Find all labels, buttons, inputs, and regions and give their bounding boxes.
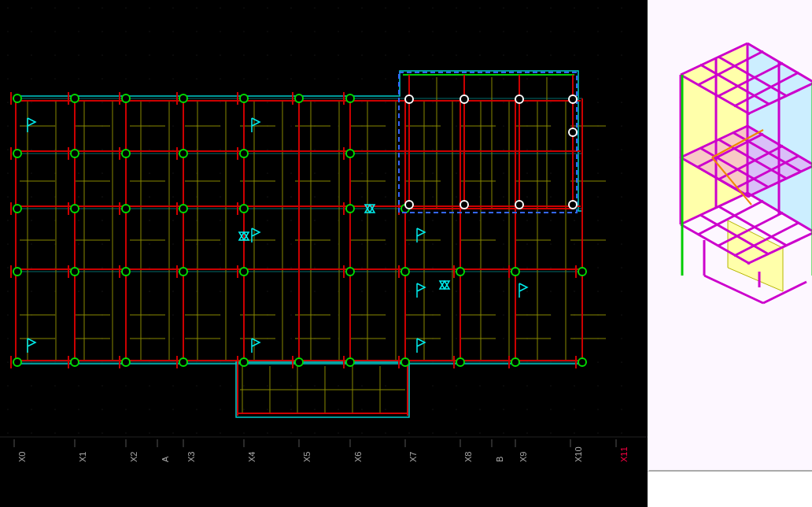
svg-point-181 [220, 244, 221, 245]
svg-point-443 [551, 150, 552, 150]
svg-point-358 [433, 386, 434, 387]
plan-view-svg[interactable] [0, 0, 648, 507]
svg-point-468 [574, 291, 575, 292]
column-node[interactable] [71, 94, 79, 102]
selected-node[interactable] [569, 201, 577, 209]
selected-node[interactable] [405, 95, 413, 103]
column-node[interactable] [511, 358, 519, 366]
column-node[interactable] [71, 268, 79, 276]
svg-point-374 [456, 315, 457, 316]
svg-point-75 [79, 433, 79, 434]
svg-point-158 [197, 150, 197, 150]
svg-point-386 [480, 150, 481, 150]
svg-point-217 [268, 197, 268, 198]
column-node[interactable] [13, 205, 21, 213]
column-node[interactable] [240, 205, 248, 213]
svg-point-144 [173, 268, 174, 268]
column-node[interactable] [13, 94, 21, 102]
column-node[interactable] [122, 268, 130, 276]
svg-point-511 [622, 409, 622, 410]
svg-point-368 [456, 173, 457, 174]
column-node[interactable] [13, 358, 21, 366]
column-node[interactable] [179, 150, 187, 157]
svg-point-419 [527, 31, 528, 32]
column-node[interactable] [511, 268, 519, 276]
svg-point-415 [504, 386, 504, 387]
svg-point-425 [527, 173, 528, 174]
svg-point-294 [362, 220, 363, 221]
selected-node[interactable] [405, 201, 413, 209]
column-node[interactable] [179, 205, 187, 213]
column-node[interactable] [578, 268, 586, 276]
column-node[interactable] [122, 150, 130, 157]
svg-point-475 [598, 8, 599, 9]
svg-point-94 [102, 433, 103, 434]
column-node[interactable] [295, 94, 303, 102]
svg-point-25 [31, 150, 32, 150]
svg-point-284 [338, 433, 339, 434]
column-node[interactable] [71, 205, 79, 213]
svg-point-464 [574, 197, 575, 198]
column-node[interactable] [13, 268, 21, 276]
column-node[interactable] [240, 150, 248, 157]
grid-axis-label: X7 [408, 452, 418, 462]
column-node[interactable] [122, 358, 130, 366]
column-node[interactable] [456, 268, 464, 276]
column-node[interactable] [346, 268, 354, 276]
column-node[interactable] [13, 150, 21, 157]
svg-point-388 [480, 197, 481, 198]
svg-point-259 [315, 291, 316, 292]
selected-node[interactable] [460, 95, 468, 103]
column-node[interactable] [295, 358, 303, 366]
selected-node[interactable] [569, 128, 577, 136]
svg-point-59 [79, 55, 79, 56]
svg-point-308 [386, 102, 386, 103]
svg-point-113 [126, 433, 127, 434]
svg-point-508 [622, 339, 622, 339]
column-node[interactable] [179, 268, 187, 276]
column-node[interactable] [179, 358, 187, 366]
svg-point-220 [268, 268, 268, 268]
svg-point-273 [338, 173, 339, 174]
column-node[interactable] [240, 268, 248, 276]
svg-point-297 [362, 291, 363, 292]
selected-node[interactable] [569, 95, 577, 103]
selected-node[interactable] [460, 201, 468, 209]
svg-point-457 [574, 31, 575, 32]
iso-view-svg[interactable] [649, 0, 812, 472]
svg-point-289 [362, 102, 363, 103]
column-node[interactable] [179, 94, 187, 102]
column-node[interactable] [71, 150, 79, 157]
svg-point-447 [551, 244, 552, 245]
svg-point-132 [149, 433, 150, 434]
svg-point-512 [622, 433, 622, 434]
column-node[interactable] [346, 358, 354, 366]
column-node[interactable] [240, 94, 248, 102]
svg-point-39 [55, 31, 56, 32]
svg-point-235 [291, 173, 292, 174]
plan-view-panel[interactable]: X0X1X2AX3X4X5X6X7X8BX9X10X11 [0, 0, 648, 507]
column-node[interactable] [122, 94, 130, 102]
column-node[interactable] [71, 358, 79, 366]
column-node[interactable] [346, 94, 354, 102]
selection-box[interactable] [399, 72, 577, 213]
svg-point-505 [622, 268, 622, 268]
column-node[interactable] [346, 205, 354, 213]
column-node[interactable] [346, 150, 354, 157]
svg-point-226 [268, 409, 268, 410]
svg-point-50 [55, 291, 56, 292]
column-node[interactable] [401, 268, 409, 276]
column-node[interactable] [240, 358, 248, 366]
svg-point-463 [574, 173, 575, 174]
svg-point-28 [31, 220, 32, 221]
selected-node[interactable] [515, 95, 523, 103]
iso-view-panel[interactable] [648, 0, 812, 472]
selected-node[interactable] [515, 201, 523, 209]
svg-point-434 [527, 386, 528, 387]
svg-point-76 [102, 8, 103, 9]
column-node[interactable] [578, 358, 586, 366]
column-node[interactable] [122, 205, 130, 213]
column-node[interactable] [456, 358, 464, 366]
svg-point-7 [8, 173, 9, 174]
column-node[interactable] [401, 358, 409, 366]
